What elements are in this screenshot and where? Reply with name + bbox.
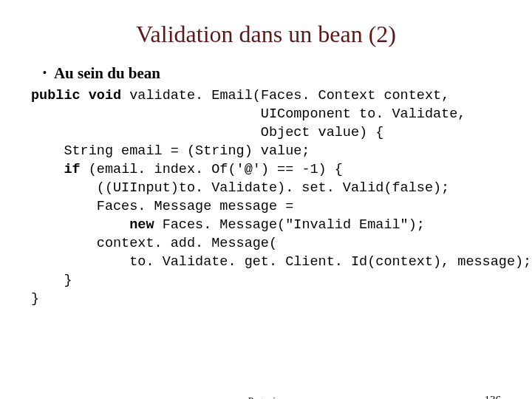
bullet-icon: • — [43, 67, 47, 79]
keyword-if: if — [64, 162, 80, 177]
bullet-item: •Au sein du bean — [43, 64, 532, 83]
slide: Validation dans un bean (2) •Au sein du … — [0, 21, 532, 399]
code-line-10: to. Validate. get. Client. Id(context), … — [31, 254, 531, 270]
code-line-1: validate. Email(Faces. Context context, — [121, 88, 449, 103]
bullet-text: Au sein du bean — [54, 64, 160, 82]
code-line-6: ((UIInput)to. Validate). set. Valid(fals… — [31, 180, 449, 196]
code-line-7: Faces. Message message = — [31, 199, 293, 214]
code-line-5: (email. index. Of('@') == -1) { — [81, 162, 343, 177]
code-line-4: String email = (String) value; — [31, 143, 310, 159]
code-line-12: } — [31, 291, 39, 307]
code-line-9: context. add. Message( — [31, 236, 277, 251]
code-line-2: UIComponent to. Validate, — [31, 106, 466, 122]
keyword-public: public — [31, 88, 81, 103]
page-number: 136 — [485, 394, 502, 399]
footer-center: Pages jsp — [0, 395, 532, 399]
keyword-new: new — [129, 217, 154, 233]
slide-title: Validation dans un bean (2) — [0, 21, 532, 48]
code-line-3: Object value) { — [31, 125, 383, 140]
code-line-11: } — [31, 273, 72, 288]
code-line-8: Faces. Message("Invalid Email"); — [154, 217, 425, 233]
keyword-void: void — [89, 88, 121, 103]
code-block: public void validate. Email(Faces. Conte… — [31, 87, 532, 309]
